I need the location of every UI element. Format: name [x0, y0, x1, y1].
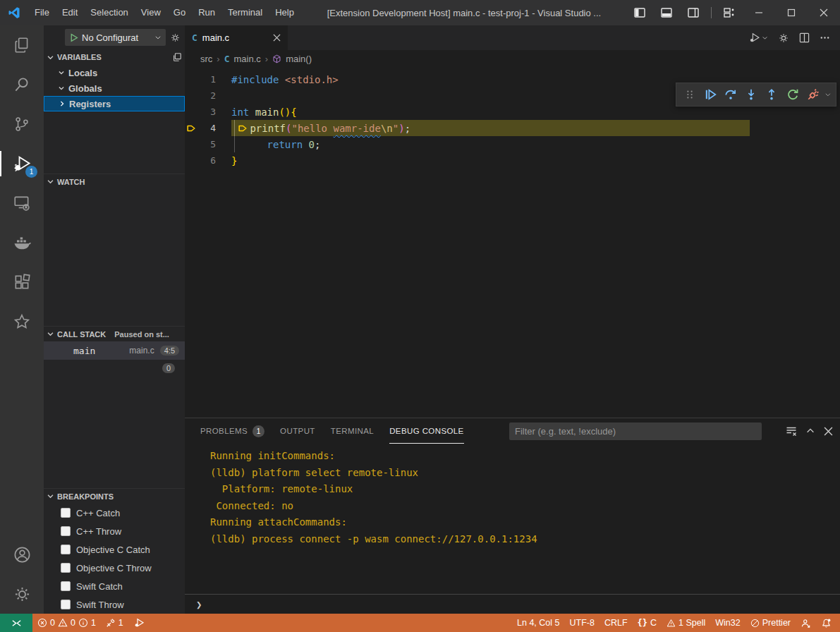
settings-gear-icon[interactable] [0, 574, 44, 614]
breakpoint-row[interactable]: Objective C Throw [44, 559, 185, 577]
code-editor[interactable]: 1#include <stdio.h>23int main(){4 printf… [185, 67, 840, 418]
code-line[interactable]: 5 return 0; [185, 136, 840, 152]
search-icon[interactable] [0, 65, 44, 104]
language-mode[interactable]: {} C [633, 614, 662, 632]
breakpoint-row[interactable]: C++ Throw [44, 522, 185, 540]
spell-checker-status[interactable]: 1 Spell [662, 614, 710, 632]
console-filter-input[interactable] [509, 423, 762, 440]
remote-explorer-icon[interactable] [0, 183, 44, 223]
run-or-debug-icon[interactable] [748, 32, 768, 44]
step-over-icon[interactable] [722, 85, 739, 104]
restart-icon[interactable] [784, 85, 801, 104]
maximize-panel-icon[interactable] [805, 426, 815, 436]
inline-breakpoint-icon[interactable] [238, 123, 248, 133]
account-icon[interactable] [0, 535, 44, 574]
breadcrumb-symbol[interactable]: main() [286, 54, 312, 64]
call-stack-title: CALL STACK [57, 330, 106, 339]
source-control-icon[interactable] [0, 104, 44, 144]
variables-section-header[interactable]: VARIABLES [44, 49, 185, 65]
explorer-icon[interactable] [0, 25, 44, 65]
clear-console-icon[interactable] [786, 425, 797, 437]
breadcrumb[interactable]: src › C main.c › main() [185, 50, 840, 67]
close-tab-icon[interactable] [273, 34, 281, 42]
breakpoint-checkbox[interactable] [61, 581, 71, 591]
bottom-panel: PROBLEMS 1 OUTPUT TERMINAL DEBUG CONSOLE… [185, 418, 840, 614]
copy-value-icon[interactable] [172, 52, 182, 62]
chevron-down-icon[interactable] [824, 91, 832, 98]
split-editor-icon[interactable] [799, 32, 810, 43]
breadcrumb-src[interactable]: src [200, 54, 212, 64]
menu-run[interactable]: Run [192, 7, 221, 18]
customize-layout-icon[interactable] [717, 0, 741, 25]
menu-view[interactable]: View [135, 7, 167, 18]
toggle-sidebar-icon[interactable] [628, 0, 652, 25]
toggle-panel-icon[interactable] [655, 0, 678, 25]
problems-status[interactable]: 0 0 1 [32, 614, 101, 632]
debug-config-dropdown[interactable]: No Configurat [65, 29, 166, 46]
breakpoint-checkbox[interactable] [61, 508, 71, 518]
breakpoint-row[interactable]: Objective C Catch [44, 540, 185, 559]
run-and-debug-icon[interactable]: 1 [0, 144, 44, 183]
breakpoint-row[interactable]: Swift Throw [44, 595, 185, 614]
platform-target[interactable]: Win32 [710, 614, 745, 632]
breakpoint-checkbox[interactable] [61, 563, 71, 573]
minimize-button[interactable] [743, 0, 775, 25]
maximize-button[interactable] [775, 0, 808, 25]
tab-output[interactable]: OUTPUT [280, 418, 315, 444]
variables-scope-locals[interactable]: Locals [44, 65, 185, 80]
launch-config-gear-icon[interactable] [170, 32, 181, 43]
toggle-secondary-sidebar-icon[interactable] [681, 0, 705, 25]
eol-sequence[interactable]: CRLF [599, 614, 633, 632]
continue-icon[interactable] [701, 85, 719, 104]
encoding[interactable]: UTF-8 [564, 614, 599, 632]
debug-console-output[interactable]: Running initCommands:(lldb) platform sel… [185, 444, 840, 594]
tab-main-c[interactable]: C main.c [185, 25, 288, 50]
code-line[interactable]: 6} [185, 152, 840, 169]
favorites-star-icon[interactable] [0, 302, 44, 341]
menu-edit[interactable]: Edit [56, 7, 84, 18]
circle-slash-icon [750, 619, 760, 628]
menu-file[interactable]: File [28, 7, 56, 18]
docker-icon[interactable] [0, 223, 44, 262]
breakpoint-row[interactable]: Swift Catch [44, 577, 185, 595]
menu-terminal[interactable]: Terminal [221, 7, 269, 18]
breakpoint-checkbox[interactable] [61, 526, 71, 536]
editor-settings-gear-icon[interactable] [778, 32, 789, 44]
breakpoints-section-header[interactable]: BREAKPOINTS [44, 488, 185, 504]
disconnect-icon[interactable] [804, 85, 822, 104]
extensions-icon[interactable] [0, 262, 44, 302]
variables-scope-globals[interactable]: Globals [44, 80, 185, 96]
tab-terminal[interactable]: TERMINAL [331, 418, 374, 444]
call-stack-section-header[interactable]: CALL STACK Paused on st... [44, 326, 185, 341]
breadcrumb-file[interactable]: main.c [234, 54, 261, 64]
breakpoint-list: C++ CatchC++ ThrowObjective C CatchObjec… [44, 504, 185, 614]
breakpoint-row[interactable]: C++ Catch [44, 504, 185, 522]
menu-go[interactable]: Go [167, 7, 192, 18]
tab-debug-console[interactable]: DEBUG CONSOLE [389, 418, 464, 444]
close-button[interactable] [808, 0, 840, 25]
remote-indicator[interactable] [0, 614, 32, 632]
cursor-position[interactable]: Ln 4, Col 5 [512, 614, 564, 632]
step-into-icon[interactable] [743, 85, 760, 104]
formatter-status[interactable]: Prettier [745, 614, 796, 632]
debug-status-icon[interactable] [128, 614, 150, 632]
current-line-pointer-icon[interactable] [185, 123, 197, 133]
step-out-icon[interactable] [763, 85, 781, 104]
debug-console-input[interactable]: ❯ [185, 594, 840, 614]
breakpoint-checkbox[interactable] [61, 600, 71, 609]
variables-scope-registers[interactable]: Registers [44, 96, 185, 111]
breakpoint-checkbox[interactable] [61, 545, 71, 554]
code-line[interactable]: 4 printf("hello wamr-ide\n"); [185, 120, 840, 136]
tab-problems[interactable]: PROBLEMS 1 [200, 418, 264, 444]
call-stack-frame[interactable]: main main.c 4:5 [44, 341, 185, 360]
person-icon[interactable] [796, 614, 816, 632]
more-actions-icon[interactable] [820, 32, 830, 43]
notifications-bell-icon[interactable] [816, 614, 840, 632]
variables-title: VARIABLES [57, 53, 102, 61]
watch-section-header[interactable]: WATCH [44, 174, 185, 189]
close-panel-icon[interactable] [824, 427, 833, 436]
menu-selection[interactable]: Selection [84, 7, 134, 18]
ports-status[interactable]: 1 [101, 614, 128, 632]
drag-grip-icon[interactable] [681, 85, 698, 104]
menu-help[interactable]: Help [269, 7, 300, 18]
